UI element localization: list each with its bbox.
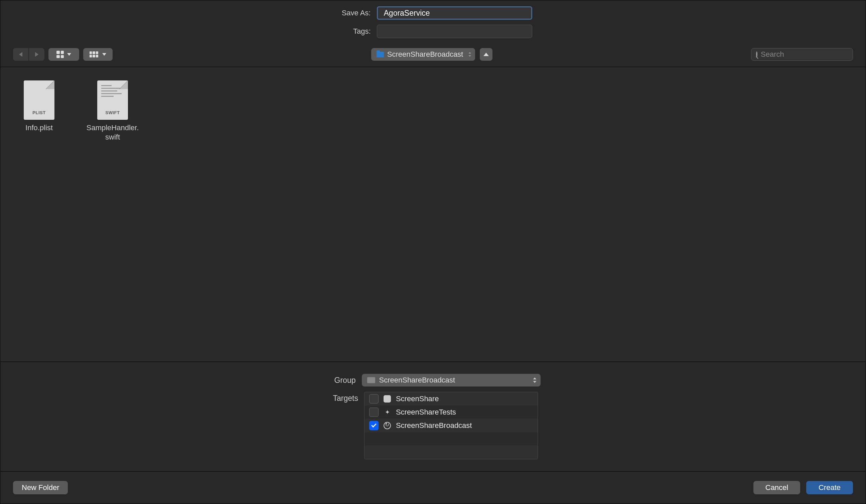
search-icon [756, 51, 757, 57]
cancel-button[interactable]: Cancel [753, 481, 800, 494]
save-dialog: Save As: Tags: Scre [0, 0, 866, 504]
tags-input[interactable] [377, 25, 532, 38]
target-row[interactable]: ScreenShareBroadcast [365, 419, 537, 432]
file-item[interactable]: SWIFT SampleHandler.swift [86, 80, 139, 141]
forward-button[interactable] [29, 48, 44, 61]
save-section: Save As: Tags: [0, 0, 866, 45]
back-button[interactable] [13, 48, 29, 61]
toolbar: ScreenShareBroadcast [0, 45, 866, 67]
item-grouping-button[interactable] [83, 48, 113, 61]
target-checkbox[interactable] [369, 394, 379, 403]
file-badge: PLIST [32, 110, 45, 115]
target-checkbox[interactable] [369, 421, 379, 430]
target-name: ScreenShareBroadcast [396, 421, 472, 430]
chevron-down-icon [102, 53, 106, 56]
targets-list: ScreenShare ✦ ScreenShareTests ScreenSha… [364, 392, 538, 459]
target-row[interactable]: ScreenShare [365, 392, 537, 405]
location-dropdown[interactable]: ScreenShareBroadcast [371, 48, 475, 61]
file-item[interactable]: PLIST Info.plist [12, 80, 66, 133]
folder-icon [377, 52, 384, 57]
extension-target-icon [382, 421, 392, 430]
new-folder-button[interactable]: New Folder [13, 481, 68, 494]
tags-label: Tags: [334, 27, 371, 36]
file-icon: SWIFT [97, 80, 128, 120]
target-checkbox[interactable] [369, 408, 379, 417]
chevron-left-icon [19, 52, 22, 57]
folder-grey-icon [367, 377, 375, 383]
check-icon [371, 422, 377, 427]
group-dropdown[interactable]: ScreenShareBroadcast [362, 374, 541, 387]
group-row: Group ScreenShareBroadcast [326, 374, 541, 387]
target-name: ScreenShareTests [396, 408, 456, 416]
save-as-input[interactable] [377, 6, 532, 20]
footer: New Folder Cancel Create [0, 472, 866, 504]
target-row[interactable]: ✦ ScreenShareTests [365, 405, 537, 419]
collapse-button[interactable] [480, 48, 492, 61]
tags-row: Tags: [0, 25, 866, 38]
test-target-icon: ✦ [382, 408, 392, 417]
create-button[interactable]: Create [806, 481, 853, 494]
chevron-down-icon [67, 53, 71, 56]
app-target-icon [382, 394, 392, 403]
location-name: ScreenShareBroadcast [387, 50, 463, 59]
file-icon: PLIST [24, 80, 54, 120]
targets-label: Targets [328, 392, 358, 403]
nav-buttons [13, 48, 44, 61]
search-field[interactable] [751, 48, 853, 61]
targets-row: Targets ScreenShare ✦ ScreenShareTests S… [328, 392, 538, 459]
group-label: Group [326, 374, 356, 385]
grid-small-icon [90, 51, 98, 57]
file-name: Info.plist [25, 123, 53, 133]
chevron-up-icon [484, 53, 489, 56]
chevron-right-icon [35, 52, 38, 57]
file-name: SampleHandler.swift [86, 123, 139, 141]
metadata-section: Group ScreenShareBroadcast Targets Scree… [0, 362, 866, 472]
document-lines-icon [101, 85, 124, 97]
view-mode-button[interactable] [48, 48, 79, 61]
group-value: ScreenShareBroadcast [379, 376, 455, 385]
save-as-label: Save As: [334, 9, 371, 18]
target-row-empty [365, 432, 537, 446]
search-input[interactable] [761, 50, 853, 59]
grid-icon [56, 51, 64, 58]
file-badge: SWIFT [106, 110, 120, 115]
save-as-row: Save As: [0, 6, 866, 20]
file-browser[interactable]: PLIST Info.plist SWIFT SampleHandler.swi… [0, 67, 866, 362]
target-name: ScreenShare [396, 394, 439, 403]
target-row-empty [365, 446, 537, 459]
